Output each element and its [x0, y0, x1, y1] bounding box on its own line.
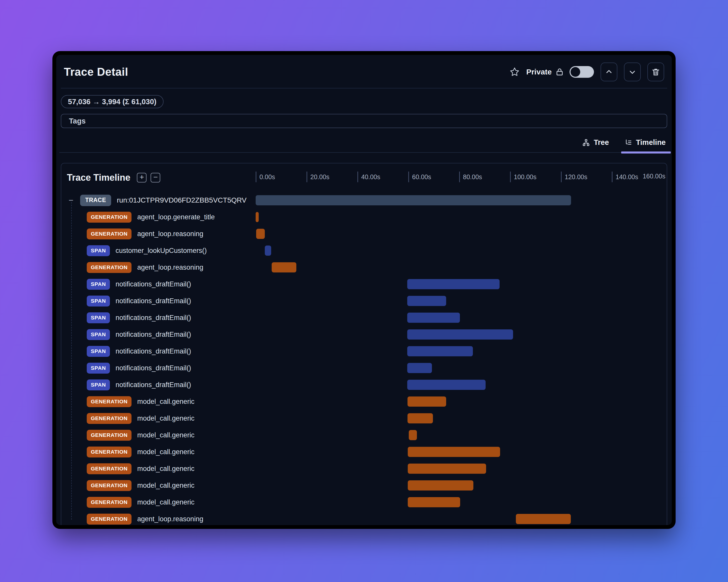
tick-mark	[612, 171, 613, 182]
row-name: model_call.generic	[137, 431, 194, 439]
row-track	[256, 464, 662, 474]
timeline-row[interactable]: SPAN notifications_draftEmail()	[61, 293, 667, 309]
row-type-badge: SPAN	[87, 312, 110, 323]
tab-timeline[interactable]: Timeline	[623, 135, 667, 152]
row-track	[256, 380, 662, 390]
timeline-row[interactable]: GENERATION model_call.generic	[61, 410, 667, 427]
duration-bar[interactable]	[408, 497, 460, 507]
header-divider	[61, 88, 667, 88]
row-name: notifications_draftEmail()	[115, 364, 191, 372]
duration-bar[interactable]	[408, 413, 433, 423]
timeline-row[interactable]: GENERATION agent_loop.generate_title	[61, 209, 667, 225]
row-label-group: SPAN notifications_draftEmail()	[87, 326, 191, 343]
duration-bar[interactable]	[407, 296, 446, 306]
duration-bar[interactable]	[256, 212, 259, 222]
expand-all-button[interactable]: +	[137, 173, 147, 183]
axis-tick: 80.00s	[459, 171, 482, 182]
row-track	[256, 346, 662, 356]
row-type-badge: GENERATION	[87, 447, 131, 458]
row-type-badge: SPAN	[87, 329, 110, 340]
row-type-badge: GENERATION	[87, 396, 131, 407]
row-type-badge: GENERATION	[87, 463, 131, 474]
timeline-row[interactable]: GENERATION model_call.generic	[61, 427, 667, 443]
row-track	[256, 480, 662, 491]
row-type-badge: TRACE	[80, 195, 111, 206]
favorite-button[interactable]	[510, 67, 520, 77]
delete-button[interactable]	[647, 62, 664, 81]
duration-bar[interactable]	[407, 380, 486, 390]
duration-bar[interactable]	[408, 480, 473, 491]
row-name: customer_lookUpCustomers()	[115, 247, 207, 255]
timeline-row[interactable]: GENERATION agent_loop.reasoning	[61, 225, 667, 242]
row-label-group: SPAN notifications_draftEmail()	[87, 360, 191, 377]
tick-label: 80.00s	[463, 173, 482, 181]
privacy-toggle[interactable]	[570, 66, 594, 78]
timeline-row[interactable]: GENERATION model_call.generic	[61, 393, 667, 410]
duration-bar[interactable]	[265, 246, 271, 256]
tab-timeline-label: Timeline	[636, 138, 666, 147]
timeline-row[interactable]: SPAN customer_lookUpCustomers()	[61, 242, 667, 259]
duration-bar[interactable]	[408, 464, 486, 474]
row-label-group: SPAN notifications_draftEmail()	[87, 293, 191, 309]
row-name: model_call.generic	[137, 465, 194, 473]
timeline-title: Trace Timeline	[67, 172, 130, 183]
timeline-row[interactable]: SPAN notifications_draftEmail()	[61, 377, 667, 393]
timeline-row[interactable]: SPAN notifications_draftEmail()	[61, 326, 667, 343]
row-type-badge: SPAN	[87, 346, 110, 357]
timeline-card-header: Trace Timeline + − 160.00s 0.00s 20.00s …	[61, 163, 667, 192]
timeline-row[interactable]: GENERATION agent_loop.reasoning	[61, 259, 667, 276]
tags-label: Tags	[69, 117, 86, 125]
timeline-row[interactable]: GENERATION agent_loop.reasoning	[61, 510, 667, 525]
row-label-group: GENERATION model_call.generic	[87, 427, 194, 443]
row-type-badge: SPAN	[87, 363, 110, 373]
timeline-row[interactable]: SPAN notifications_draftEmail()	[61, 276, 667, 293]
duration-bar[interactable]	[408, 447, 500, 457]
row-name: model_call.generic	[137, 481, 194, 490]
row-type-badge: GENERATION	[87, 413, 131, 424]
duration-bar[interactable]	[407, 329, 513, 339]
collapse-all-button[interactable]: −	[151, 173, 160, 183]
duration-bar[interactable]	[407, 363, 432, 373]
row-track	[256, 212, 662, 222]
tags-input[interactable]: Tags	[61, 114, 667, 128]
plus-square-icon: +	[140, 173, 144, 181]
duration-bar[interactable]	[516, 514, 571, 524]
tab-tree[interactable]: Tree	[580, 135, 610, 152]
row-type-badge: SPAN	[87, 245, 110, 256]
duration-bar[interactable]	[407, 279, 500, 289]
tab-tree-label: Tree	[594, 138, 609, 147]
timeline-row[interactable]: GENERATION model_call.generic	[61, 477, 667, 494]
timeline-row[interactable]: − TRACE run:01JCTPR9VD06FD2ZBB5VCT5QRV	[61, 192, 667, 209]
trace-timeline-card: Trace Timeline + − 160.00s 0.00s 20.00s …	[61, 163, 667, 525]
row-track	[256, 279, 662, 289]
row-name: model_call.generic	[137, 498, 194, 506]
row-track	[256, 430, 662, 440]
timeline-row[interactable]: SPAN notifications_draftEmail()	[61, 343, 667, 360]
timeline-row[interactable]: SPAN notifications_draftEmail()	[61, 309, 667, 326]
duration-bar[interactable]	[272, 262, 296, 273]
collapse-trace-toggle[interactable]: −	[68, 196, 75, 205]
row-track	[256, 246, 662, 256]
row-type-badge: GENERATION	[87, 430, 131, 441]
duration-bar[interactable]	[407, 313, 460, 323]
row-label-group: GENERATION model_call.generic	[87, 443, 194, 460]
collapse-down-button[interactable]	[624, 62, 641, 81]
duration-bar[interactable]	[407, 346, 473, 356]
duration-bar[interactable]	[256, 195, 571, 205]
timeline-row[interactable]: SPAN notifications_draftEmail()	[61, 360, 667, 377]
row-name: run:01JCTPR9VD06FD2ZBB5VCT5QRV	[117, 196, 246, 204]
chevron-down-icon	[628, 67, 637, 76]
hierarchy-icon	[582, 139, 590, 147]
duration-bar[interactable]	[409, 430, 417, 440]
row-track	[256, 497, 662, 507]
row-track	[256, 195, 662, 205]
timeline-row[interactable]: GENERATION model_call.generic	[61, 460, 667, 477]
timeline-row[interactable]: GENERATION model_call.generic	[61, 494, 667, 510]
row-label-group: SPAN customer_lookUpCustomers()	[87, 242, 207, 259]
collapse-up-button[interactable]	[601, 62, 617, 81]
tick-label: 40.00s	[361, 173, 380, 181]
row-name: model_call.generic	[137, 415, 194, 422]
timeline-row[interactable]: GENERATION model_call.generic	[61, 443, 667, 460]
duration-bar[interactable]	[408, 396, 446, 407]
duration-bar[interactable]	[256, 229, 265, 239]
